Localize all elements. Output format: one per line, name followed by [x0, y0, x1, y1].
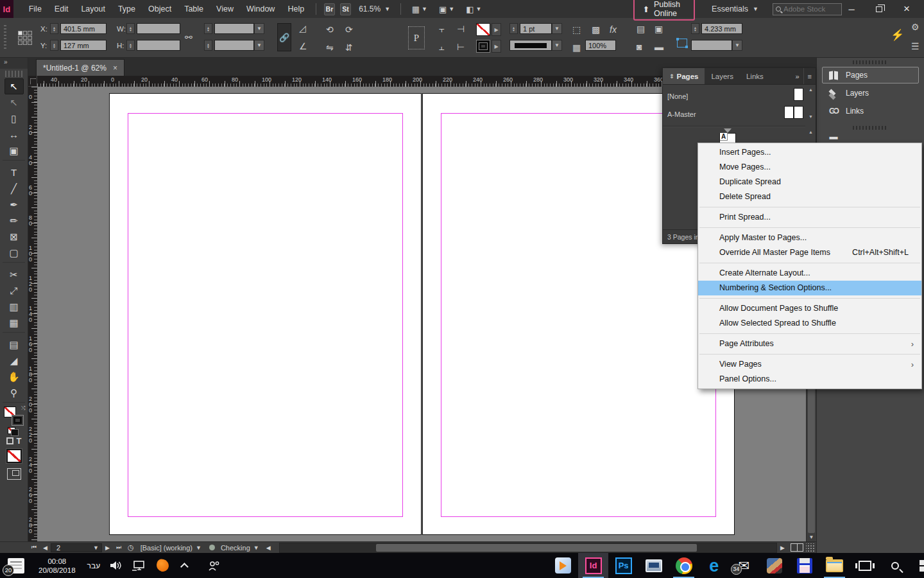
resize-grip[interactable]: [806, 543, 815, 552]
tab-pages[interactable]: ⇕ Pages: [663, 68, 705, 84]
vertical-ruler[interactable]: 02 04 06 08 01 0 01 2 01 4 01 6 01 8 02 …: [28, 87, 37, 541]
gap-tool[interactable]: ↔: [4, 127, 24, 143]
bridge-button[interactable]: Br: [324, 3, 335, 15]
dock-grip[interactable]: [853, 126, 888, 130]
last-page-button[interactable]: ⏭: [113, 544, 124, 551]
gradient-feather-tool[interactable]: ▦: [4, 315, 24, 331]
scroll-up-arrow[interactable]: ▲: [807, 130, 814, 134]
menu-item-apply-master-to-pages[interactable]: Apply Master to Pages...: [698, 231, 921, 245]
preflight-status-label[interactable]: Checking: [221, 544, 250, 552]
document-tab[interactable]: *Untitled-1 @ 62% ×: [36, 59, 124, 76]
menu-item-override-all-master-page-items[interactable]: Override All Master Page Items Ctrl+Alt+…: [698, 245, 921, 260]
chevron-up-icon[interactable]: [178, 559, 193, 573]
taskbar-explorer[interactable]: [819, 553, 850, 578]
taskbar-task-view[interactable]: [850, 553, 880, 578]
flow-right-icon[interactable]: ⊢: [457, 42, 465, 52]
corner-shape-field[interactable]: [691, 40, 732, 51]
master-row-none[interactable]: [None]: [663, 87, 805, 105]
stroke-style-dropdown[interactable]: ▼: [552, 40, 562, 51]
swap-fill-stroke-icon[interactable]: ⤭: [21, 405, 25, 412]
type-tool[interactable]: T: [4, 164, 24, 180]
page-tool[interactable]: ▯: [4, 110, 24, 127]
taskbar-old-pc[interactable]: [638, 553, 669, 578]
x-stepper[interactable]: ▲▼: [50, 23, 58, 34]
corner-options-icon[interactable]: [677, 39, 687, 48]
menu-window[interactable]: Window: [240, 0, 281, 18]
preflight-menu-icon[interactable]: ◷: [124, 543, 137, 552]
people-icon[interactable]: [207, 559, 221, 573]
flow-down-icon[interactable]: ⫠: [439, 42, 444, 53]
opacity-field[interactable]: 100%: [585, 40, 616, 51]
taskbar-search[interactable]: [880, 553, 910, 578]
flow-left-icon[interactable]: ⊣: [457, 24, 465, 34]
menu-item-insert-pages[interactable]: Insert Pages...: [698, 145, 921, 160]
zoom-level-dropdown[interactable]: 61.5% ▼: [359, 4, 390, 13]
panel-divider[interactable]: [663, 126, 805, 127]
eyedropper-tool[interactable]: ◢: [4, 353, 24, 369]
tools-collapse-chevrons[interactable]: »: [0, 58, 28, 69]
language-indicator[interactable]: עבר: [87, 561, 101, 570]
tools-grip[interactable]: [5, 71, 22, 77]
taskbar-media-player[interactable]: [548, 553, 578, 578]
stroke-color-swatch[interactable]: [476, 23, 490, 36]
corner-radius-stepper[interactable]: ▲▼: [691, 23, 699, 34]
ruler-origin-corner[interactable]: [28, 76, 37, 87]
chevron-down-icon[interactable]: ▼: [196, 545, 201, 551]
speaker-icon[interactable]: [109, 559, 123, 573]
w-stepper[interactable]: ▲▼: [126, 23, 135, 34]
master-a-thumbnail-right[interactable]: [794, 106, 803, 119]
menu-item-duplicate-spread[interactable]: Duplicate Spread: [698, 175, 921, 189]
document-layout-dropdown[interactable]: ▣▼: [439, 4, 454, 14]
restore-button[interactable]: [869, 2, 889, 16]
rotate-ccw-icon[interactable]: ⟲: [326, 24, 334, 35]
menu-item-panel-options[interactable]: Panel Options...: [698, 372, 921, 387]
taskbar-chrome[interactable]: [669, 553, 699, 578]
stroke-weight-dropdown[interactable]: ▼: [552, 23, 562, 34]
adobe-stock-search[interactable]: [773, 3, 842, 15]
rotation-angle-icon[interactable]: ∠: [299, 41, 307, 51]
search-input[interactable]: [783, 5, 839, 13]
zoom-tool[interactable]: ⚲: [4, 385, 24, 401]
menu-item-numbering-section-options[interactable]: Numbering & Section Options...: [698, 281, 921, 295]
menu-help[interactable]: Help: [281, 0, 311, 18]
scissors-tool[interactable]: ✂: [4, 267, 24, 283]
taskbar-indesign[interactable]: Id: [578, 553, 608, 578]
flip-horizontal-icon[interactable]: ⇋: [326, 42, 334, 53]
free-transform-tool[interactable]: ⤢: [4, 283, 24, 299]
next-page-button[interactable]: ▶: [102, 545, 113, 551]
scale-y-stepper[interactable]: ▲▼: [204, 40, 212, 51]
select-container-indicator[interactable]: P: [408, 26, 425, 49]
rectangle-tool[interactable]: ▢: [4, 245, 24, 261]
hand-tool[interactable]: ✋: [4, 369, 24, 385]
constrain-dimensions-icon[interactable]: ⚯: [185, 32, 193, 42]
horizontal-scrollbar[interactable]: [279, 543, 777, 553]
previous-page-button[interactable]: ◀: [40, 545, 51, 551]
taskbar-start[interactable]: [910, 553, 924, 578]
spread-view-icon[interactable]: [791, 543, 803, 552]
frame-tool[interactable]: ⊠: [4, 229, 24, 245]
taskbar-edge[interactable]: e: [699, 553, 729, 578]
dock-item-links[interactable]: GƆ Links: [822, 103, 919, 119]
menu-type[interactable]: Type: [112, 0, 142, 18]
apply-none-button[interactable]: [6, 449, 22, 463]
preferences-gear-icon[interactable]: ⚙: [911, 22, 920, 32]
panel-grip[interactable]: [4, 25, 6, 51]
effects-fx-icon[interactable]: fx: [610, 24, 617, 35]
scroll-down-arrow[interactable]: ▼: [807, 532, 816, 541]
stroke-weight-stepper[interactable]: ▲▼: [509, 23, 518, 34]
scale-y-field[interactable]: [214, 40, 254, 51]
direct-selection-tool[interactable]: ↖: [4, 94, 24, 110]
minimize-button[interactable]: ─: [842, 2, 861, 16]
rotate-cw-icon[interactable]: ⟳: [345, 24, 353, 35]
stroke-color-flyout[interactable]: ▶: [492, 23, 501, 36]
scroll-left-arrow[interactable]: ◀: [263, 545, 274, 551]
taskbar-floppy[interactable]: [789, 553, 819, 578]
menu-view[interactable]: View: [210, 0, 240, 18]
publish-online-button[interactable]: ⬆ Publish Online: [633, 0, 695, 21]
scroll-right-arrow[interactable]: ▶: [777, 545, 788, 551]
scale-x-dropdown[interactable]: ▼: [254, 23, 264, 34]
gradient-swatch-tool[interactable]: ▥: [4, 299, 24, 315]
spread-selector-triangle[interactable]: [724, 128, 732, 133]
constrain-scale-link-button[interactable]: 🔗: [277, 23, 291, 51]
menu-file[interactable]: File: [22, 0, 48, 18]
